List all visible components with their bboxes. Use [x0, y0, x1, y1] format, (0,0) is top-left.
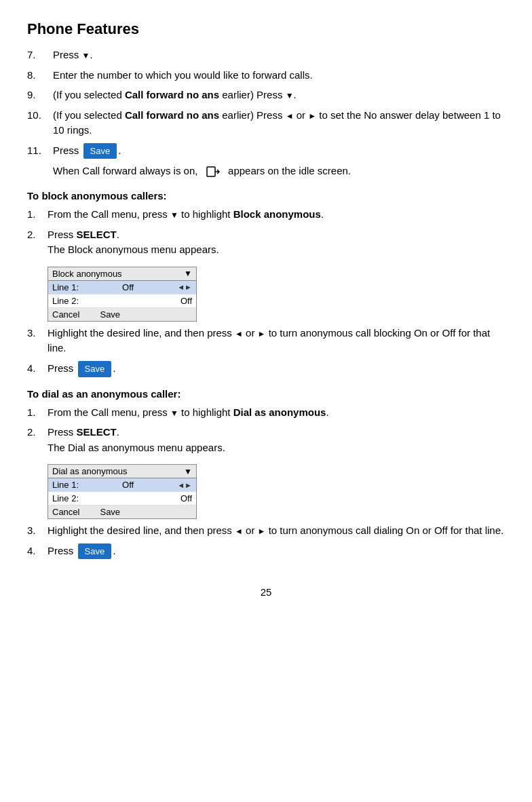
block-cancel-label[interactable]: Cancel — [52, 309, 79, 320]
dial-sub-list-2: 3. Highlight the desired line, and then … — [27, 523, 505, 559]
call-forward-icon — [206, 164, 221, 179]
dial-anonymous-section: To dial as an anonymous caller: 1. From … — [27, 388, 505, 560]
dial-menu-dropdown-arrow: ▼ — [184, 467, 192, 476]
dial-menu-line1[interactable]: Line 1: Off ◄► — [48, 478, 196, 492]
down-arrow-icon-2: ▼ — [286, 91, 294, 100]
block-line1-value: Off — [122, 282, 134, 292]
block-step-4: 4. Press Save. — [27, 361, 505, 377]
block-step-3: 3. Highlight the desired line, and then … — [27, 326, 505, 356]
block-line1-label: Line 1: — [52, 282, 79, 292]
list-item-7: 7. Press ▼. — [27, 47, 505, 63]
block-anonymous-section: To block anonymous callers: 1. From the … — [27, 190, 505, 377]
list-item-indent: When Call forward always is on, appears … — [53, 164, 505, 179]
dial-step-3: 3. Highlight the desired line, and then … — [27, 523, 505, 539]
dial-anonymous-menu: Dial as anonymous ▼ Line 1: Off ◄► Line … — [48, 464, 197, 519]
block-step-1: 1. From the Call menu, press ▼ to highli… — [27, 207, 505, 223]
block-menu-header: Block anonymous ▼ — [48, 267, 196, 281]
block-line2-label: Line 2: — [52, 296, 79, 306]
dial-line1-label: Line 1: — [52, 480, 79, 490]
lr-arrows-icon: ◄► — [177, 283, 192, 291]
dial-menu-footer: Cancel Save — [48, 505, 196, 518]
block-sub-list: 1. From the Call menu, press ▼ to highli… — [27, 207, 505, 258]
dial-line2-label: Line 2: — [52, 493, 79, 503]
dial-menu-line2[interactable]: Line 2: Off — [48, 492, 196, 505]
svg-rect-0 — [207, 167, 215, 176]
block-save-label[interactable]: Save — [100, 309, 120, 320]
dial-save-label[interactable]: Save — [100, 507, 120, 517]
dial-step-4: 4. Press Save. — [27, 543, 505, 560]
down-arrow-icon: ▼ — [82, 51, 90, 60]
list-item-9: 9. (If you selected Call forward no ans … — [27, 88, 505, 103]
menu-dropdown-arrow: ▼ — [184, 269, 192, 278]
main-list: 7. Press ▼. 8. Enter the number to which… — [27, 47, 505, 179]
dial-cancel-label[interactable]: Cancel — [52, 507, 79, 517]
block-section-heading: To block anonymous callers: — [27, 190, 505, 202]
save-button-1[interactable]: Save — [83, 143, 117, 159]
dial-lr-arrows-icon: ◄► — [177, 481, 192, 489]
block-menu-title: Block anonymous — [52, 269, 122, 279]
block-anonymous-menu: Block anonymous ▼ Line 1: Off ◄► Line 2:… — [48, 267, 197, 322]
dial-step-1: 1. From the Call menu, press ▼ to highli… — [27, 405, 505, 421]
block-line2-value: Off — [180, 296, 192, 306]
dial-menu-header: Dial as anonymous ▼ — [48, 465, 196, 478]
dial-line2-value: Off — [180, 493, 192, 503]
dial-section-heading: To dial as an anonymous caller: — [27, 388, 505, 400]
dial-line1-value: Off — [122, 480, 134, 490]
block-step-2: 2. Press SELECT. The Block anonymous men… — [27, 227, 505, 258]
block-sub-list-2: 3. Highlight the desired line, and then … — [27, 326, 505, 377]
dial-menu-title: Dial as anonymous — [52, 466, 128, 476]
list-item-11: 11. Press Save. — [27, 143, 505, 159]
block-menu-footer: Cancel Save — [48, 308, 196, 321]
dial-step-2: 2. Press SELECT. The Dial as anonymous m… — [27, 425, 505, 455]
list-item-10: 10. (If you selected Call forward no ans… — [27, 108, 505, 138]
page-number: 25 — [27, 586, 505, 598]
page-title: Phone Features — [27, 20, 505, 38]
block-menu-line2[interactable]: Line 2: Off — [48, 294, 196, 308]
save-button-2[interactable]: Save — [78, 361, 112, 377]
dial-sub-list: 1. From the Call menu, press ▼ to highli… — [27, 405, 505, 456]
save-button-3[interactable]: Save — [78, 543, 112, 560]
block-menu-line1[interactable]: Line 1: Off ◄► — [48, 281, 196, 294]
list-item-8: 8. Enter the number to which you would l… — [27, 68, 505, 83]
